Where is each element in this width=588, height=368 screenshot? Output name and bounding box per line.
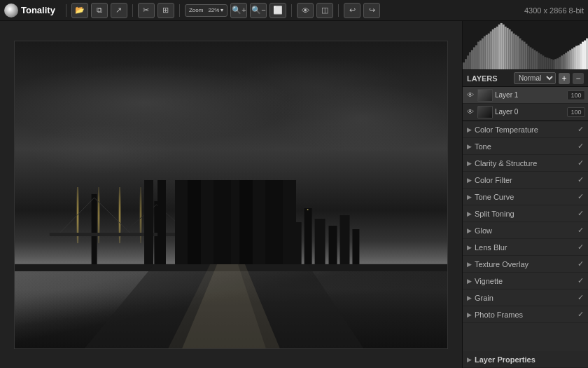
svg-rect-16 xyxy=(304,208,312,271)
svg-rect-83 xyxy=(573,47,575,69)
bridge-lights xyxy=(57,187,267,243)
delete-layer-button[interactable]: − xyxy=(573,73,584,84)
svg-rect-41 xyxy=(486,35,488,69)
compare-button[interactable]: ◫ xyxy=(316,3,333,18)
svg-rect-55 xyxy=(515,35,517,69)
svg-rect-8 xyxy=(206,215,217,271)
svg-rect-88 xyxy=(584,41,586,69)
svg-rect-62 xyxy=(529,47,531,69)
redo-button[interactable]: ↪ xyxy=(363,3,380,18)
zoom-arrow: ▾ xyxy=(220,7,223,13)
adjustment-item-3[interactable]: ▶Color Filter✓ xyxy=(463,172,588,189)
copy-button[interactable]: ⧉ xyxy=(91,3,108,18)
svg-rect-50 xyxy=(505,27,507,69)
adjustment-item-9[interactable]: ▶Vignette✓ xyxy=(463,273,588,289)
svg-rect-49 xyxy=(503,25,505,69)
adjustment-item-2[interactable]: ▶Clarity & Structure✓ xyxy=(463,155,588,172)
preview-toggle[interactable]: 👁 xyxy=(297,3,314,18)
adjustment-item-1[interactable]: ▶Tone✓ xyxy=(463,138,588,155)
app-logo: Tonality xyxy=(4,4,55,18)
svg-rect-0 xyxy=(92,194,97,271)
svg-rect-80 xyxy=(567,51,569,69)
zoom-out-button[interactable]: 🔍− xyxy=(250,3,267,18)
zoom-display[interactable]: Zoom 22% ▾ xyxy=(185,4,228,17)
adjustment-label-4: Tone Curve xyxy=(475,193,575,201)
adjustment-item-0[interactable]: ▶Color Temperature✓ xyxy=(463,121,588,138)
svg-rect-57 xyxy=(519,39,522,69)
adjustment-arrow-2: ▶ xyxy=(467,160,472,167)
layer-visibility-0[interactable]: 👁 xyxy=(465,107,475,117)
adjustment-item-10[interactable]: ▶Grain✓ xyxy=(463,289,588,306)
adjustment-check-10: ✓ xyxy=(578,293,584,302)
city-silhouette xyxy=(15,180,447,271)
logo-icon xyxy=(4,4,18,18)
svg-rect-6 xyxy=(50,233,203,236)
adjustment-item-6[interactable]: ▶Glow✓ xyxy=(463,222,588,239)
adjustment-check-6: ✓ xyxy=(578,226,584,235)
adjustment-label-5: Split Toning xyxy=(475,210,575,218)
histogram xyxy=(463,21,588,70)
adjustment-arrow-10: ▶ xyxy=(467,294,472,301)
svg-rect-11 xyxy=(245,194,255,271)
svg-rect-60 xyxy=(526,44,528,69)
toolbar-separator xyxy=(66,4,66,17)
layer-opacity-0[interactable]: 100 xyxy=(567,107,585,117)
adjustment-label-0: Color Temperature xyxy=(475,125,575,134)
adjustment-label-9: Vignette xyxy=(475,277,575,285)
open-button[interactable]: 📂 xyxy=(71,3,88,18)
adjustment-item-7[interactable]: ▶Lens Blur✓ xyxy=(463,239,588,256)
crop-button[interactable]: ✂ xyxy=(138,3,155,18)
image-info: 4300 x 2866 8-bit xyxy=(524,6,584,15)
canvas-area[interactable] xyxy=(0,21,462,368)
layer-thumbnail-1 xyxy=(477,89,493,102)
toolbar-separator-4 xyxy=(291,4,292,17)
adjustment-item-5[interactable]: ▶Split Toning✓ xyxy=(463,205,588,222)
add-layer-button[interactable]: + xyxy=(559,73,570,84)
zoom-in-button[interactable]: 🔍+ xyxy=(230,3,247,18)
adjustment-label-11: Photo Frames xyxy=(475,311,575,319)
blend-mode-select[interactable]: Normal xyxy=(514,72,556,84)
layers-title: LAYERS xyxy=(467,74,511,83)
foreground-lights xyxy=(15,264,447,348)
grid-button[interactable]: ⊞ xyxy=(158,3,174,18)
zoom-value: 22% xyxy=(208,7,219,13)
layer-name-0: Layer 0 xyxy=(495,108,565,116)
svg-rect-33 xyxy=(469,52,471,69)
adjustment-check-7: ✓ xyxy=(578,243,584,252)
svg-rect-53 xyxy=(511,32,513,69)
svg-rect-10 xyxy=(234,212,241,271)
main-layout: LAYERS Normal + − 👁 Layer 1 100 👁 Layer … xyxy=(0,21,588,368)
svg-rect-42 xyxy=(488,34,490,69)
layer-visibility-1[interactable]: 👁 xyxy=(465,90,475,100)
svg-rect-47 xyxy=(498,25,500,69)
svg-point-22 xyxy=(221,203,223,205)
toolbar-separator-5 xyxy=(338,4,339,17)
layer-row-1[interactable]: 👁 Layer 1 100 xyxy=(463,87,588,104)
adjustment-arrow-0: ▶ xyxy=(467,126,472,133)
svg-rect-46 xyxy=(496,27,498,69)
svg-rect-63 xyxy=(531,48,533,69)
layer-row-0[interactable]: 👁 Layer 0 100 xyxy=(463,104,588,121)
svg-rect-9 xyxy=(219,201,232,271)
svg-rect-69 xyxy=(544,57,546,69)
svg-rect-59 xyxy=(524,42,526,69)
right-panel: LAYERS Normal + − 👁 Layer 1 100 👁 Layer … xyxy=(462,21,588,368)
adjustment-item-11[interactable]: ▶Photo Frames✓ xyxy=(463,306,588,323)
adjustment-check-2: ✓ xyxy=(578,158,584,168)
svg-rect-31 xyxy=(465,59,467,69)
adjustments-list: ▶Color Temperature✓▶Tone✓▶Clarity & Stru… xyxy=(463,121,588,351)
svg-rect-64 xyxy=(533,50,536,69)
fit-button[interactable]: ⬜ xyxy=(270,3,286,18)
adjustment-label-1: Tone xyxy=(475,142,575,151)
svg-rect-78 xyxy=(563,54,565,69)
share-button[interactable]: ↗ xyxy=(111,3,127,18)
undo-button[interactable]: ↩ xyxy=(344,3,360,18)
svg-rect-85 xyxy=(578,46,580,70)
svg-rect-17 xyxy=(315,219,326,271)
adjustment-item-4[interactable]: ▶Tone Curve✓ xyxy=(463,189,588,205)
toolbar: Tonality 📂 ⧉ ↗ ✂ ⊞ Zoom 22% ▾ 🔍+ 🔍− ⬜ 👁 … xyxy=(0,0,588,21)
layer-opacity-1[interactable]: 100 xyxy=(567,90,585,100)
adjustment-arrow-7: ▶ xyxy=(467,244,472,251)
adjustment-item-8[interactable]: ▶Texture Overlay✓ xyxy=(463,256,588,273)
layer-properties-item[interactable]: ▶ Layer Properties xyxy=(463,351,588,368)
